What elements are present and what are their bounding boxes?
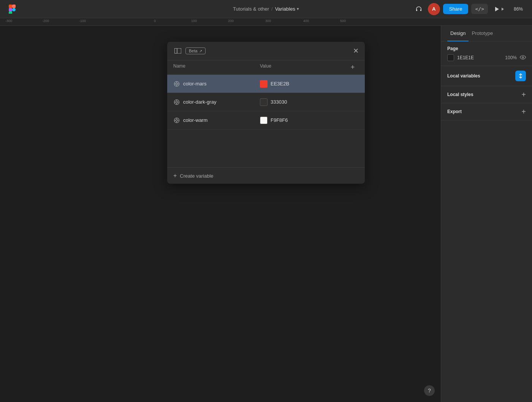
col-value-header: Value: [260, 63, 347, 71]
svg-rect-3: [9, 11, 12, 14]
variable-name-cell: color-warm: [173, 117, 260, 124]
local-variables-button[interactable]: [515, 71, 526, 81]
page-color-swatch[interactable]: [447, 54, 454, 61]
svg-point-22: [176, 119, 178, 121]
page-color-row: 1E1E1E 100%: [447, 54, 526, 61]
topbar-breadcrumb: Tutorials & other / Variables ▾: [233, 6, 299, 12]
tab-design[interactable]: Design: [447, 26, 469, 41]
variable-icon: [173, 117, 180, 124]
page-section: Page 1E1E1E 100%: [441, 41, 532, 66]
ruler-tick-label: 400: [303, 19, 309, 23]
variable-icon: [173, 80, 180, 87]
canvas[interactable]: Beta ↗ ✕ Name Value +: [0, 26, 441, 402]
variable-value-cell: F9F8F6: [260, 117, 347, 124]
right-panel: Design Prototype Page 1E1E1E 100%: [441, 26, 532, 402]
beta-badge: Beta ↗: [185, 47, 206, 54]
variable-icon: [173, 99, 180, 106]
variable-value-text: 333030: [271, 99, 287, 105]
col-name-header: Name: [173, 63, 260, 71]
ruler-tick-label: 0: [154, 19, 156, 23]
ruler: -300 -200 -100 0 100 200 300 400 500: [0, 18, 532, 26]
create-icon: +: [173, 172, 177, 179]
variable-name-text: color-warm: [183, 117, 207, 123]
headphone-button[interactable]: [413, 3, 425, 15]
help-button[interactable]: ?: [424, 385, 435, 396]
variable-value-cell: 333030: [260, 98, 347, 106]
variable-name-cell: color-dark-gray: [173, 99, 260, 106]
local-variables-label: Local variables: [447, 73, 480, 79]
svg-point-27: [522, 57, 524, 58]
svg-rect-0: [9, 5, 12, 8]
ruler-tick-label: -100: [79, 19, 86, 23]
export-label: Export: [447, 109, 462, 114]
svg-marker-6: [502, 8, 504, 11]
eye-icon[interactable]: [520, 55, 526, 61]
svg-rect-7: [174, 48, 177, 54]
topbar: Tutorials & other / Variables ▾ A Share …: [0, 0, 532, 18]
code-button[interactable]: </>: [471, 4, 488, 14]
external-link-icon: ↗: [199, 49, 202, 53]
svg-point-16: [176, 101, 178, 103]
ruler-tick-label: -300: [5, 19, 12, 23]
local-styles-section: Local styles +: [441, 86, 532, 103]
breadcrumb-current[interactable]: Variables ▾: [275, 6, 299, 12]
local-styles-label: Local styles: [447, 92, 473, 97]
ruler-tick-label: 200: [228, 19, 234, 23]
page-section-title: Page: [447, 46, 526, 51]
play-button[interactable]: [491, 4, 508, 14]
variable-value-text: F9F8F6: [271, 117, 288, 123]
page-color-value: 1E1E1E: [457, 55, 502, 60]
page-color-opacity: 100%: [505, 55, 517, 60]
topbar-right: A Share </> 86%: [413, 3, 526, 15]
table-row[interactable]: color-mars EE3E2B: [167, 75, 365, 93]
svg-point-10: [176, 83, 178, 85]
variables-modal: Beta ↗ ✕ Name Value +: [167, 42, 365, 184]
table-row[interactable]: color-dark-gray 333030: [167, 93, 365, 111]
breadcrumb-parent[interactable]: Tutorials & other: [233, 6, 269, 12]
variable-name-cell: color-mars: [173, 80, 260, 87]
color-swatch: [260, 117, 268, 124]
svg-rect-2: [9, 8, 12, 11]
tab-prototype[interactable]: Prototype: [469, 26, 496, 41]
svg-point-4: [12, 8, 16, 11]
export-section: Export +: [441, 103, 532, 120]
variable-value-cell: EE3E2B: [260, 80, 347, 88]
local-variables-section[interactable]: Local variables: [441, 66, 532, 86]
col-add-header[interactable]: +: [347, 63, 359, 71]
modal-body-spacer: [167, 129, 365, 167]
ruler-tick-label: 100: [191, 19, 197, 23]
color-swatch: [260, 80, 268, 88]
zoom-indicator[interactable]: 86%: [511, 5, 526, 13]
avatar[interactable]: A: [428, 3, 440, 15]
breadcrumb-separator: /: [271, 6, 273, 12]
modal-header: Beta ↗ ✕: [167, 42, 365, 60]
modal-close-button[interactable]: ✕: [353, 47, 359, 54]
table-row[interactable]: color-warm F9F8F6: [167, 111, 365, 129]
panel-tabs: Design Prototype: [441, 26, 532, 41]
local-styles-add-button[interactable]: +: [521, 91, 526, 98]
modal-footer: + Create variable: [167, 167, 365, 184]
svg-rect-8: [174, 48, 181, 54]
main-area: Beta ↗ ✕ Name Value +: [0, 26, 532, 402]
variable-name-text: color-dark-gray: [183, 99, 216, 105]
ruler-tick-label: 300: [265, 19, 271, 23]
sidebar-toggle-button[interactable]: [173, 46, 182, 55]
topbar-left: [6, 3, 18, 15]
ruler-tick-label: -200: [42, 19, 49, 23]
share-button[interactable]: Share: [443, 4, 469, 14]
color-swatch: [260, 98, 268, 106]
variable-name-text: color-mars: [183, 81, 206, 87]
create-variable-button[interactable]: + Create variable: [173, 172, 214, 179]
svg-marker-5: [495, 7, 499, 11]
svg-rect-1: [12, 5, 16, 8]
modal-header-left: Beta ↗: [173, 46, 206, 55]
figma-logo[interactable]: [6, 3, 18, 15]
ruler-tick-label: 500: [340, 19, 346, 23]
variable-value-text: EE3E2B: [271, 81, 289, 87]
table-header: Name Value +: [167, 60, 365, 75]
export-add-button[interactable]: +: [521, 108, 526, 115]
